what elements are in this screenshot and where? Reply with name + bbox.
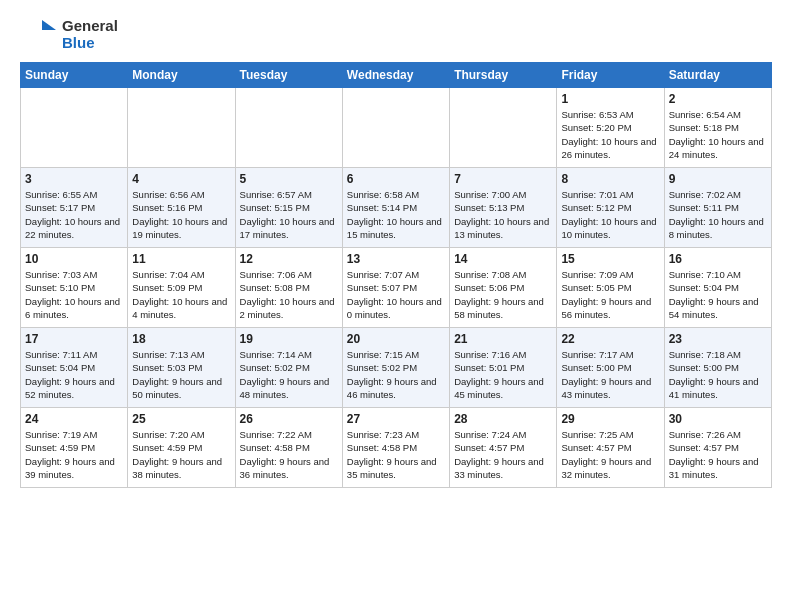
weekday-header-thursday: Thursday bbox=[450, 63, 557, 88]
day-number: 5 bbox=[240, 172, 338, 186]
calendar-cell: 30Sunrise: 7:26 AM Sunset: 4:57 PM Dayli… bbox=[664, 408, 771, 488]
day-number: 11 bbox=[132, 252, 230, 266]
day-number: 19 bbox=[240, 332, 338, 346]
day-info: Sunrise: 7:17 AM Sunset: 5:00 PM Dayligh… bbox=[561, 348, 659, 401]
calendar-cell: 19Sunrise: 7:14 AM Sunset: 5:02 PM Dayli… bbox=[235, 328, 342, 408]
calendar-cell bbox=[450, 88, 557, 168]
calendar-cell: 21Sunrise: 7:16 AM Sunset: 5:01 PM Dayli… bbox=[450, 328, 557, 408]
calendar-cell: 4Sunrise: 6:56 AM Sunset: 5:16 PM Daylig… bbox=[128, 168, 235, 248]
calendar-cell: 25Sunrise: 7:20 AM Sunset: 4:59 PM Dayli… bbox=[128, 408, 235, 488]
weekday-header-tuesday: Tuesday bbox=[235, 63, 342, 88]
day-info: Sunrise: 7:03 AM Sunset: 5:10 PM Dayligh… bbox=[25, 268, 123, 321]
day-number: 24 bbox=[25, 412, 123, 426]
day-info: Sunrise: 7:13 AM Sunset: 5:03 PM Dayligh… bbox=[132, 348, 230, 401]
day-info: Sunrise: 7:22 AM Sunset: 4:58 PM Dayligh… bbox=[240, 428, 338, 481]
logo-blue-text: Blue bbox=[62, 34, 118, 51]
calendar-cell: 13Sunrise: 7:07 AM Sunset: 5:07 PM Dayli… bbox=[342, 248, 449, 328]
day-info: Sunrise: 7:24 AM Sunset: 4:57 PM Dayligh… bbox=[454, 428, 552, 481]
day-number: 7 bbox=[454, 172, 552, 186]
calendar-cell: 18Sunrise: 7:13 AM Sunset: 5:03 PM Dayli… bbox=[128, 328, 235, 408]
weekday-header-sunday: Sunday bbox=[21, 63, 128, 88]
header: GeneralBlue bbox=[20, 16, 772, 52]
day-number: 16 bbox=[669, 252, 767, 266]
calendar-cell: 27Sunrise: 7:23 AM Sunset: 4:58 PM Dayli… bbox=[342, 408, 449, 488]
day-info: Sunrise: 7:11 AM Sunset: 5:04 PM Dayligh… bbox=[25, 348, 123, 401]
day-info: Sunrise: 7:15 AM Sunset: 5:02 PM Dayligh… bbox=[347, 348, 445, 401]
calendar-cell: 12Sunrise: 7:06 AM Sunset: 5:08 PM Dayli… bbox=[235, 248, 342, 328]
calendar-cell: 6Sunrise: 6:58 AM Sunset: 5:14 PM Daylig… bbox=[342, 168, 449, 248]
day-info: Sunrise: 6:58 AM Sunset: 5:14 PM Dayligh… bbox=[347, 188, 445, 241]
calendar-cell bbox=[342, 88, 449, 168]
calendar-cell: 9Sunrise: 7:02 AM Sunset: 5:11 PM Daylig… bbox=[664, 168, 771, 248]
weekday-header-wednesday: Wednesday bbox=[342, 63, 449, 88]
day-number: 13 bbox=[347, 252, 445, 266]
calendar-cell: 29Sunrise: 7:25 AM Sunset: 4:57 PM Dayli… bbox=[557, 408, 664, 488]
weekday-header-monday: Monday bbox=[128, 63, 235, 88]
day-number: 22 bbox=[561, 332, 659, 346]
calendar-cell: 16Sunrise: 7:10 AM Sunset: 5:04 PM Dayli… bbox=[664, 248, 771, 328]
week-row-3: 10Sunrise: 7:03 AM Sunset: 5:10 PM Dayli… bbox=[21, 248, 772, 328]
calendar-cell: 28Sunrise: 7:24 AM Sunset: 4:57 PM Dayli… bbox=[450, 408, 557, 488]
day-number: 9 bbox=[669, 172, 767, 186]
calendar-cell: 22Sunrise: 7:17 AM Sunset: 5:00 PM Dayli… bbox=[557, 328, 664, 408]
day-info: Sunrise: 7:10 AM Sunset: 5:04 PM Dayligh… bbox=[669, 268, 767, 321]
calendar-table: SundayMondayTuesdayWednesdayThursdayFrid… bbox=[20, 62, 772, 488]
calendar-cell: 7Sunrise: 7:00 AM Sunset: 5:13 PM Daylig… bbox=[450, 168, 557, 248]
day-number: 27 bbox=[347, 412, 445, 426]
calendar-cell: 10Sunrise: 7:03 AM Sunset: 5:10 PM Dayli… bbox=[21, 248, 128, 328]
calendar-cell: 15Sunrise: 7:09 AM Sunset: 5:05 PM Dayli… bbox=[557, 248, 664, 328]
calendar-cell: 1Sunrise: 6:53 AM Sunset: 5:20 PM Daylig… bbox=[557, 88, 664, 168]
day-number: 26 bbox=[240, 412, 338, 426]
logo-general-text: General bbox=[62, 17, 118, 34]
week-row-5: 24Sunrise: 7:19 AM Sunset: 4:59 PM Dayli… bbox=[21, 408, 772, 488]
calendar-cell: 3Sunrise: 6:55 AM Sunset: 5:17 PM Daylig… bbox=[21, 168, 128, 248]
day-info: Sunrise: 6:54 AM Sunset: 5:18 PM Dayligh… bbox=[669, 108, 767, 161]
day-info: Sunrise: 6:56 AM Sunset: 5:16 PM Dayligh… bbox=[132, 188, 230, 241]
day-number: 15 bbox=[561, 252, 659, 266]
weekday-header-saturday: Saturday bbox=[664, 63, 771, 88]
calendar-cell: 5Sunrise: 6:57 AM Sunset: 5:15 PM Daylig… bbox=[235, 168, 342, 248]
day-info: Sunrise: 7:16 AM Sunset: 5:01 PM Dayligh… bbox=[454, 348, 552, 401]
day-number: 12 bbox=[240, 252, 338, 266]
page: GeneralBlue SundayMondayTuesdayWednesday… bbox=[0, 0, 792, 612]
calendar-cell bbox=[21, 88, 128, 168]
day-number: 20 bbox=[347, 332, 445, 346]
day-number: 18 bbox=[132, 332, 230, 346]
week-row-4: 17Sunrise: 7:11 AM Sunset: 5:04 PM Dayli… bbox=[21, 328, 772, 408]
calendar-cell: 23Sunrise: 7:18 AM Sunset: 5:00 PM Dayli… bbox=[664, 328, 771, 408]
day-number: 29 bbox=[561, 412, 659, 426]
calendar-cell: 8Sunrise: 7:01 AM Sunset: 5:12 PM Daylig… bbox=[557, 168, 664, 248]
day-info: Sunrise: 7:07 AM Sunset: 5:07 PM Dayligh… bbox=[347, 268, 445, 321]
calendar-cell bbox=[235, 88, 342, 168]
day-info: Sunrise: 7:09 AM Sunset: 5:05 PM Dayligh… bbox=[561, 268, 659, 321]
day-number: 17 bbox=[25, 332, 123, 346]
day-info: Sunrise: 7:04 AM Sunset: 5:09 PM Dayligh… bbox=[132, 268, 230, 321]
day-info: Sunrise: 7:01 AM Sunset: 5:12 PM Dayligh… bbox=[561, 188, 659, 241]
calendar-cell: 20Sunrise: 7:15 AM Sunset: 5:02 PM Dayli… bbox=[342, 328, 449, 408]
weekday-header-row: SundayMondayTuesdayWednesdayThursdayFrid… bbox=[21, 63, 772, 88]
day-info: Sunrise: 7:18 AM Sunset: 5:00 PM Dayligh… bbox=[669, 348, 767, 401]
day-info: Sunrise: 7:23 AM Sunset: 4:58 PM Dayligh… bbox=[347, 428, 445, 481]
day-info: Sunrise: 7:20 AM Sunset: 4:59 PM Dayligh… bbox=[132, 428, 230, 481]
day-info: Sunrise: 6:55 AM Sunset: 5:17 PM Dayligh… bbox=[25, 188, 123, 241]
day-number: 2 bbox=[669, 92, 767, 106]
day-info: Sunrise: 7:25 AM Sunset: 4:57 PM Dayligh… bbox=[561, 428, 659, 481]
day-number: 6 bbox=[347, 172, 445, 186]
calendar-cell: 17Sunrise: 7:11 AM Sunset: 5:04 PM Dayli… bbox=[21, 328, 128, 408]
day-number: 4 bbox=[132, 172, 230, 186]
day-info: Sunrise: 7:02 AM Sunset: 5:11 PM Dayligh… bbox=[669, 188, 767, 241]
day-number: 23 bbox=[669, 332, 767, 346]
day-number: 10 bbox=[25, 252, 123, 266]
day-number: 21 bbox=[454, 332, 552, 346]
calendar-cell: 2Sunrise: 6:54 AM Sunset: 5:18 PM Daylig… bbox=[664, 88, 771, 168]
day-number: 30 bbox=[669, 412, 767, 426]
week-row-1: 1Sunrise: 6:53 AM Sunset: 5:20 PM Daylig… bbox=[21, 88, 772, 168]
day-number: 25 bbox=[132, 412, 230, 426]
weekday-header-friday: Friday bbox=[557, 63, 664, 88]
day-info: Sunrise: 6:53 AM Sunset: 5:20 PM Dayligh… bbox=[561, 108, 659, 161]
day-info: Sunrise: 6:57 AM Sunset: 5:15 PM Dayligh… bbox=[240, 188, 338, 241]
day-number: 8 bbox=[561, 172, 659, 186]
day-number: 1 bbox=[561, 92, 659, 106]
week-row-2: 3Sunrise: 6:55 AM Sunset: 5:17 PM Daylig… bbox=[21, 168, 772, 248]
day-number: 14 bbox=[454, 252, 552, 266]
